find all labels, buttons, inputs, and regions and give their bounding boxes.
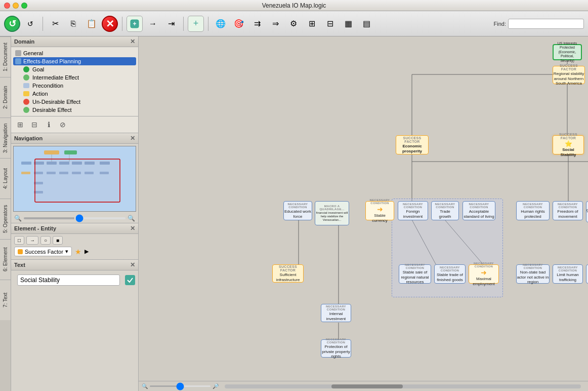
main-canvas[interactable]: US Interests Protected (Economic, Politi…: [139, 36, 588, 391]
target-button[interactable]: 🎯: [231, 16, 247, 32]
domain-icons-toolbar: ⊞ ⊟ ℹ ⊘: [11, 116, 138, 133]
canvas-zoom-minus[interactable]: 🔍: [142, 383, 148, 389]
domain-item-effects[interactable]: Effects-Based Planning: [13, 57, 136, 65]
node-nc-macra[interactable]: Macro a Quadrilage... financial investme…: [315, 201, 349, 225]
canvas-toolbar: 🔍 🔎: [139, 381, 588, 391]
sub-item-goal[interactable]: Goal: [13, 65, 136, 73]
stop-button[interactable]: ✕: [102, 16, 118, 32]
copy-button[interactable]: ⎘: [65, 16, 81, 32]
text-title: Text: [14, 262, 25, 268]
view-button[interactable]: ▦: [340, 16, 356, 32]
remove-domain-icon[interactable]: ⊟: [28, 119, 40, 131]
element-circle-btn[interactable]: ○: [40, 236, 51, 245]
arrow-button[interactable]: →: [145, 16, 161, 32]
zoom-plus-icon[interactable]: 🔍: [128, 215, 135, 222]
node-goal[interactable]: US Interests Protected (Economic, Politi…: [553, 44, 582, 60]
node-nc-regional-govt[interactable]: Necessary Condition Regional governments…: [586, 201, 588, 222]
left-panel: Domain ✕ General Effects-Based Planning …: [11, 36, 139, 391]
tab-navigation[interactable]: 3: Navigation: [0, 118, 11, 158]
node-sf-economic[interactable]: Success Factor Economicprosperity: [396, 135, 429, 154]
find-input[interactable]: [508, 19, 584, 29]
export-button[interactable]: ⇥: [163, 16, 179, 32]
tab-operators[interactable]: 5: Operators: [0, 199, 11, 239]
text-confirm-btn[interactable]: [125, 275, 135, 285]
svg-text:+: +: [133, 20, 136, 27]
settings-button[interactable]: ⚙: [285, 16, 302, 32]
sub-item-action[interactable]: Action: [13, 90, 136, 98]
domain-close[interactable]: ✕: [130, 38, 135, 45]
add-domain-icon[interactable]: ⊞: [14, 119, 26, 131]
element-type-label: Success Factor: [25, 249, 63, 255]
node-nc-investment[interactable]: Necessary Condition Internal investment: [321, 304, 351, 322]
node-nc-human-trafficking[interactable]: Necessary Condition Limit human traffick…: [553, 264, 583, 284]
node-nc-workforce[interactable]: Necessary Condition Educated work force: [283, 201, 312, 220]
find-section: Find:: [494, 19, 584, 29]
refresh-button[interactable]: ↺: [4, 16, 20, 32]
node-nc-property[interactable]: Necessary Condition Protection of privat…: [321, 339, 351, 358]
tab-layout[interactable]: 4: Layout: [0, 158, 11, 199]
node-nc-natural-resources[interactable]: Necessary Condition Stable sale of regio…: [399, 264, 431, 284]
text-input-row: [11, 270, 138, 290]
goal-color: [23, 66, 29, 72]
cut-button[interactable]: ✂: [47, 16, 63, 32]
element-arrow-btn[interactable]: →: [26, 236, 38, 245]
canvas-zoom-plus[interactable]: 🔎: [213, 383, 219, 389]
element-next-icon[interactable]: ▶: [85, 248, 89, 255]
svg-rect-3: [64, 150, 77, 154]
add-button[interactable]: +: [127, 16, 143, 32]
element-fill-btn[interactable]: ■: [53, 236, 63, 245]
sub-item-undesirable[interactable]: Un-Desirable Effect: [13, 98, 136, 106]
grid-button[interactable]: ⊞: [304, 16, 320, 32]
node-nc-stable-currency[interactable]: Necessary Condition ➜ Stablecurrency: [365, 201, 394, 220]
domain-item-general[interactable]: General: [13, 49, 136, 57]
element-rect-btn[interactable]: □: [14, 236, 24, 245]
info-domain-icon[interactable]: ℹ: [43, 119, 55, 131]
canvas-zoom-slider[interactable]: [150, 385, 211, 387]
tab-domain[interactable]: 2: Domain: [0, 77, 11, 118]
text-input[interactable]: [17, 275, 120, 286]
node-sf-regional[interactable]: Success Factor Regional stabilityaround …: [553, 66, 585, 84]
node-sf-infra[interactable]: Success Factor Sufficientinfrastructure: [272, 264, 304, 283]
domain-effects-label: Effects-Based Planning: [23, 58, 81, 64]
navigation-close[interactable]: ✕: [130, 135, 135, 142]
no-icon[interactable]: ⊘: [57, 119, 69, 131]
node-sf-social[interactable]: Success Factor ⭐ SocialStability: [553, 135, 584, 154]
add2-button[interactable]: +: [188, 16, 204, 32]
sub-item-precondition[interactable]: Precondition: [13, 82, 136, 90]
tab-element[interactable]: 6: Element: [0, 239, 11, 280]
back-button[interactable]: ↺: [22, 16, 38, 32]
node-nc-foreign[interactable]: Necessary Condition Foreigninvestment: [398, 201, 428, 220]
zoom-minus-icon[interactable]: 🔍: [14, 215, 22, 222]
flow2-button[interactable]: ⇒: [267, 16, 283, 32]
paste-button[interactable]: 📋: [83, 16, 100, 32]
close-button[interactable]: [4, 3, 10, 9]
node-nc-freedom[interactable]: Necessary Condition Freedom of movement: [553, 201, 583, 220]
minimize-button[interactable]: [13, 3, 19, 9]
sub-item-intermediate[interactable]: Intermediate Effect: [13, 73, 136, 82]
tab-text[interactable]: 7: Text: [0, 280, 11, 320]
layout-button[interactable]: ⊟: [322, 16, 338, 32]
node-nc-transnational[interactable]: Necessary Condition No belligerent trans…: [586, 264, 588, 284]
navigation-canvas[interactable]: [13, 146, 136, 212]
panel-button[interactable]: ▤: [358, 16, 374, 32]
general-icon: [15, 50, 21, 56]
node-nc-maximal-employment[interactable]: Necessary Condition ➜ Maximalemployment: [469, 264, 499, 284]
node-nc-nonstate[interactable]: Necessary Condition Non-state bad actor …: [516, 264, 550, 284]
text-close[interactable]: ✕: [130, 261, 135, 268]
node-nc-trade-goods[interactable]: Necessary Condition Stable trade of fini…: [434, 264, 466, 284]
main-area: 1: Document 2: Domain 3: Navigation 4: L…: [0, 36, 588, 391]
canvas-inner: US Interests Protected (Economic, Politi…: [139, 36, 588, 381]
maximize-button[interactable]: [21, 3, 27, 9]
sub-item-desirable[interactable]: Desirable Effect: [13, 106, 136, 114]
globe-button[interactable]: 🌐: [213, 16, 229, 32]
node-nc-standard[interactable]: Necessary Condition Acceptable standard …: [463, 201, 495, 220]
tab-document[interactable]: 1: Document: [0, 36, 11, 77]
element-close[interactable]: ✕: [130, 225, 135, 232]
domain-header: Domain ✕: [11, 36, 138, 47]
node-nc-human-rights[interactable]: Necessary Condition Human rights protect…: [516, 201, 550, 220]
node-nc-trade[interactable]: Necessary Condition Tradegrowth: [431, 201, 459, 220]
element-type-select[interactable]: Success Factor ▾: [14, 247, 72, 256]
canvas-scrollbar-thumb[interactable]: [331, 384, 403, 388]
nav-zoom-slider[interactable]: [24, 217, 125, 219]
flow-button[interactable]: ⇉: [249, 16, 265, 32]
